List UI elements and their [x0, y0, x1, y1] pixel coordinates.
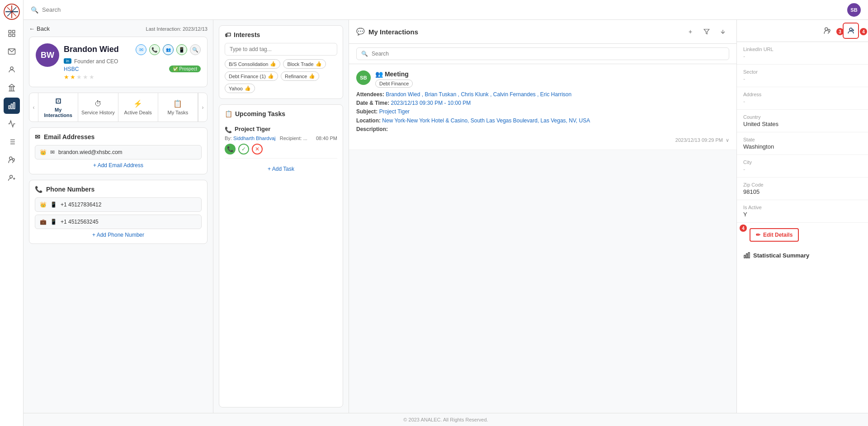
expand-icon[interactable]: ∨	[726, 137, 729, 143]
email-section: ✉ Email Addresses 👑 ✉ brandon.wied@xhsbc…	[29, 127, 208, 174]
city-label: City	[743, 159, 862, 165]
star-rating: ★ ★ ★ ★ ★	[64, 74, 201, 80]
upcoming-tasks-title: 📋 Upcoming Tasks	[225, 110, 337, 117]
phone-icon-btn[interactable]: 📞	[149, 44, 160, 55]
add-task-link[interactable]: + Add Task	[225, 159, 337, 172]
linkedin-badge: in	[64, 58, 71, 64]
nav-item-list[interactable]	[4, 134, 20, 150]
service-history-tab-label: Service History	[81, 110, 115, 115]
svg-point-32	[825, 28, 828, 30]
interaction-1-attendees-links[interactable]: Brandon Wied , Brian Tuskan , Chris Klun…	[386, 91, 571, 98]
tag-yahoo-label: Yahoo	[229, 86, 243, 91]
upcoming-tasks-icon: 📋	[225, 110, 232, 117]
tag-bs-consolidation[interactable]: B/S Consolidation 👍	[225, 59, 280, 69]
tag-block-trade-label: Block Trade	[287, 61, 313, 67]
tag-refinance[interactable]: Refinance 👍	[281, 71, 320, 81]
panel-right: 3 4 LinkedIn URL - Sector - Address	[737, 20, 868, 413]
nav-item-person-add[interactable]	[4, 170, 20, 186]
subject-label: Subject:	[356, 108, 377, 115]
sub-tab-service-history[interactable]: ⏱ Service History	[78, 93, 118, 122]
my-tasks-tab-icon: 📋	[173, 99, 182, 108]
phone-section: 📞 Phone Numbers 👑 📱 +1 45127836412 💼 📱 +…	[29, 180, 208, 244]
nav-item-people[interactable]	[4, 152, 20, 168]
tag-debt-finance[interactable]: Debt Finance (1) 👍	[225, 71, 278, 81]
state-label: State	[743, 137, 862, 142]
nav-item-home[interactable]	[4, 25, 20, 42]
email-icon-btn[interactable]: ✉	[136, 44, 146, 55]
description-label: Description:	[356, 126, 388, 132]
interaction-1-datetime: 2023/12/13 09:30 PM - 10:00 PM	[391, 100, 471, 106]
phone-row-1-crown-icon: 👑	[40, 201, 47, 208]
address-label: Address	[743, 92, 862, 97]
panel-interactions: 💬 My Interactions + 🔍	[349, 20, 737, 413]
upcoming-tasks-card: 📋 Upcoming Tasks 📞 Project Tiger By: Sid…	[219, 104, 343, 407]
right-field-state: State Washington	[737, 132, 868, 155]
edit-icon: ✏	[756, 232, 760, 238]
interactions-title: 💬 My Interactions	[356, 28, 418, 36]
linkedin-icon-btn[interactable]: 👥	[163, 44, 174, 55]
tag-yahoo[interactable]: Yahoo 👍	[225, 84, 255, 93]
tag-refinance-label: Refinance	[285, 74, 307, 79]
contact-icons: ✉ 📞 👥 📱 🔍	[136, 44, 201, 55]
back-label: Back	[37, 25, 50, 32]
search-icon: 🔍	[31, 6, 38, 14]
edit-details-button[interactable]: ✏ Edit Details	[750, 228, 799, 242]
linkedin-url-value: -	[743, 53, 862, 60]
search-bar-inner: 🔍	[356, 47, 729, 60]
task-call-button[interactable]: 📞	[225, 144, 236, 154]
sort-interaction-button[interactable]	[717, 25, 729, 38]
app-logo[interactable]	[4, 4, 20, 20]
nav-item-contacts[interactable]	[4, 61, 20, 78]
zip-label: Zip Code	[743, 182, 862, 187]
attendees-label: Attendees:	[356, 91, 384, 98]
panel-middle: 🏷 Interests B/S Consolidation 👍 Block Tr…	[213, 20, 349, 413]
svg-rect-17	[11, 104, 12, 109]
back-button[interactable]: ← Back	[29, 25, 50, 32]
active-deals-tab-icon: ⚡	[133, 99, 142, 108]
tag-input[interactable]	[225, 43, 337, 56]
sector-value: -	[743, 75, 862, 82]
panel-right-tab-person[interactable]	[843, 23, 859, 39]
tag-bs-consolidation-thumb: 👍	[270, 61, 276, 67]
add-email-link[interactable]: + Add Email Address	[35, 162, 202, 169]
task-1-meta: By: Siddharth Bhardvaj Recipient: ... 08…	[225, 136, 337, 141]
panel-right-tab-groups[interactable]	[819, 23, 835, 39]
edit-badge-4: 4	[740, 225, 747, 232]
call-icon-btn[interactable]: 📱	[176, 44, 187, 55]
interactions-search-input[interactable]	[372, 51, 724, 57]
nav-item-bank[interactable]	[4, 80, 20, 96]
interactions-icon: 💬	[356, 28, 365, 36]
my-tasks-tab-label: My Tasks	[168, 110, 189, 115]
nav-sidebar	[0, 0, 24, 426]
tag-block-trade[interactable]: Block Trade 👍	[283, 59, 326, 69]
add-interaction-button[interactable]: +	[684, 25, 697, 38]
sub-tab-my-interactions[interactable]: ⊡ My Interactions	[38, 93, 78, 122]
svg-point-25	[9, 157, 12, 159]
svg-marker-30	[704, 29, 709, 34]
nav-item-analytics[interactable]	[4, 98, 20, 114]
my-interactions-tab-icon: ⊡	[55, 97, 61, 105]
top-bar: 🔍 SB	[24, 0, 868, 20]
sub-tab-left-arrow[interactable]: ‹	[29, 93, 38, 122]
contact-company[interactable]: HSBC	[64, 66, 79, 72]
city-value: -	[743, 166, 862, 173]
svg-rect-6	[12, 30, 14, 33]
nav-item-chart[interactable]	[4, 116, 20, 132]
sub-tab-active-deals[interactable]: ⚡ Active Deals	[118, 93, 158, 122]
add-phone-link[interactable]: + Add Phone Number	[35, 232, 202, 238]
filter-interaction-button[interactable]	[700, 25, 713, 38]
tags-row: B/S Consolidation 👍 Block Trade 👍 Debt F…	[225, 59, 337, 93]
task-close-button[interactable]: ✕	[252, 144, 263, 154]
sub-tab-right-arrow[interactable]: ›	[198, 93, 207, 122]
task-check-button[interactable]: ✓	[238, 144, 249, 154]
nav-item-mail[interactable]	[4, 43, 20, 60]
search-input[interactable]	[42, 6, 844, 13]
task-1-by[interactable]: Siddharth Bhardvaj	[233, 136, 276, 141]
contact-search-icon-btn[interactable]: 🔍	[190, 44, 201, 55]
user-avatar[interactable]: SB	[847, 3, 861, 17]
tag-debt-finance-thumb: 👍	[268, 73, 274, 79]
address-value: -	[743, 98, 862, 105]
sub-tab-my-tasks[interactable]: 📋 My Tasks	[158, 93, 198, 122]
right-field-linkedin: LinkedIn URL -	[737, 42, 868, 65]
right-field-city: City -	[737, 155, 868, 178]
